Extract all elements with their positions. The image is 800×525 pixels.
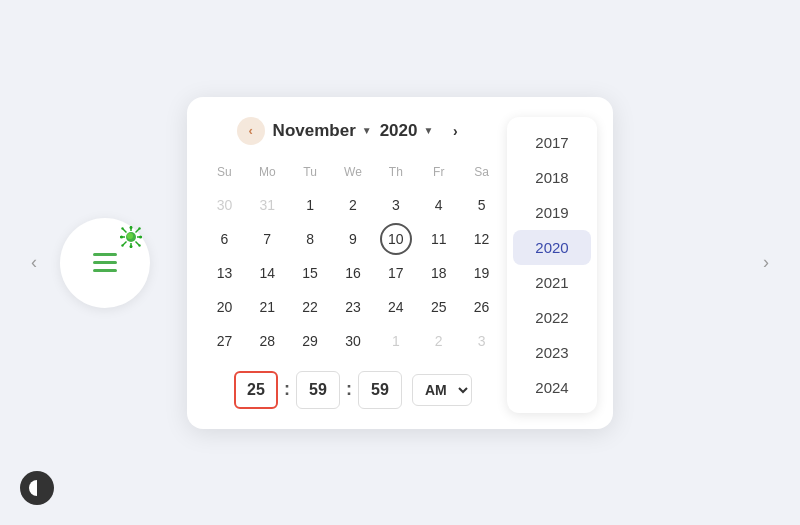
date-cell[interactable]: 19 [466,257,498,289]
year-option[interactable]: 2019 [507,195,597,230]
day-header-fr: Fr [417,161,460,183]
hours-input[interactable] [234,371,278,409]
date-cell[interactable]: 29 [294,325,326,357]
nav-arrow-right[interactable]: › [752,249,780,277]
svg-line-6 [136,241,140,245]
year-option[interactable]: 2018 [507,160,597,195]
prev-month-button[interactable]: ‹ [237,117,265,145]
date-cell[interactable]: 18 [423,257,455,289]
date-cell: 1 [380,325,412,357]
date-cell: 3 [466,325,498,357]
separator-1: : [282,379,292,400]
svg-point-16 [121,244,123,246]
svg-point-17 [127,233,133,239]
date-cell[interactable]: 24 [380,291,412,323]
nav-arrow-left[interactable]: ‹ [20,249,48,277]
svg-point-9 [130,226,133,229]
calendar-panel: ‹ November ▼ 2020 ▼ › Su Mo Tu We [203,117,503,409]
year-option[interactable]: 2021 [507,265,597,300]
year-label: 2020 [380,121,418,141]
date-cell[interactable]: 17 [380,257,412,289]
svg-point-15 [138,227,140,229]
month-selector[interactable]: November ▼ [273,121,372,141]
month-dropdown-arrow: ▼ [362,125,372,136]
date-cell: 30 [208,189,240,221]
day-header-th: Th [374,161,417,183]
separator-2: : [344,379,354,400]
svg-point-12 [139,235,142,238]
date-cell: 2 [423,325,455,357]
day-header-tu: Tu [289,161,332,183]
side-widget [60,218,150,308]
minutes-input[interactable] [296,371,340,409]
date-cell[interactable]: 15 [294,257,326,289]
seconds-input[interactable] [358,371,402,409]
svg-line-8 [123,241,127,245]
date-cell[interactable]: 7 [251,223,283,255]
left-nav-icon: ‹ [31,252,37,273]
date-cell[interactable]: 1 [294,189,326,221]
year-option[interactable]: 2022 [507,300,597,335]
main-container: ‹ [0,0,800,525]
hamburger-icon[interactable] [93,253,117,272]
next-month-button[interactable]: › [441,117,469,145]
date-cell[interactable]: 27 [208,325,240,357]
theme-toggle-icon [29,480,45,496]
date-cell[interactable]: 21 [251,291,283,323]
day-header-mo: Mo [246,161,289,183]
year-selector[interactable]: 2020 ▼ [380,121,434,141]
date-grid: 3031123456789101112131415161718192021222… [203,189,503,357]
day-header-su: Su [203,161,246,183]
year-option[interactable]: 2024 [507,370,597,405]
svg-line-5 [123,229,127,233]
date-cell: 31 [251,189,283,221]
svg-point-13 [121,227,123,229]
month-label: November [273,121,356,141]
year-dropdown: 20172018201920202021202220232024 [507,117,597,413]
date-cell[interactable]: 22 [294,291,326,323]
right-nav-icon: › [763,252,769,273]
side-circle [60,218,150,308]
calendar-header: ‹ November ▼ 2020 ▼ › [203,117,503,145]
year-dropdown-arrow: ▼ [423,125,433,136]
day-header-sa: Sa [460,161,503,183]
date-cell[interactable]: 23 [337,291,369,323]
date-cell[interactable]: 11 [423,223,455,255]
date-cell[interactable]: 3 [380,189,412,221]
day-header-we: We [332,161,375,183]
date-cell[interactable]: 2 [337,189,369,221]
date-cell[interactable]: 5 [466,189,498,221]
days-of-week: Su Mo Tu We Th Fr Sa [203,161,503,183]
date-cell[interactable]: 10 [380,223,412,255]
year-option[interactable]: 2017 [507,125,597,160]
year-option[interactable]: 2020 [513,230,591,265]
svg-point-11 [120,235,123,238]
date-cell[interactable]: 14 [251,257,283,289]
date-cell[interactable]: 12 [466,223,498,255]
date-cell[interactable]: 20 [208,291,240,323]
date-cell[interactable]: 9 [337,223,369,255]
prev-month-icon: ‹ [248,123,252,138]
date-cell[interactable]: 16 [337,257,369,289]
ampm-select[interactable]: AM PM [412,374,472,406]
svg-point-14 [138,244,140,246]
date-cell[interactable]: 8 [294,223,326,255]
next-month-icon: › [453,123,458,139]
date-cell[interactable]: 26 [466,291,498,323]
calendar-wrapper: ‹ November ▼ 2020 ▼ › Su Mo Tu We [187,97,613,429]
svg-line-7 [136,229,140,233]
date-cell[interactable]: 30 [337,325,369,357]
theme-toggle-button[interactable] [20,471,54,505]
year-option[interactable]: 2023 [507,335,597,370]
date-cell[interactable]: 13 [208,257,240,289]
date-cell[interactable]: 25 [423,291,455,323]
time-picker: : : AM PM [203,371,503,409]
date-cell[interactable]: 28 [251,325,283,357]
svg-point-10 [130,245,133,248]
virus-icon [120,226,142,248]
date-cell[interactable]: 6 [208,223,240,255]
date-cell[interactable]: 4 [423,189,455,221]
